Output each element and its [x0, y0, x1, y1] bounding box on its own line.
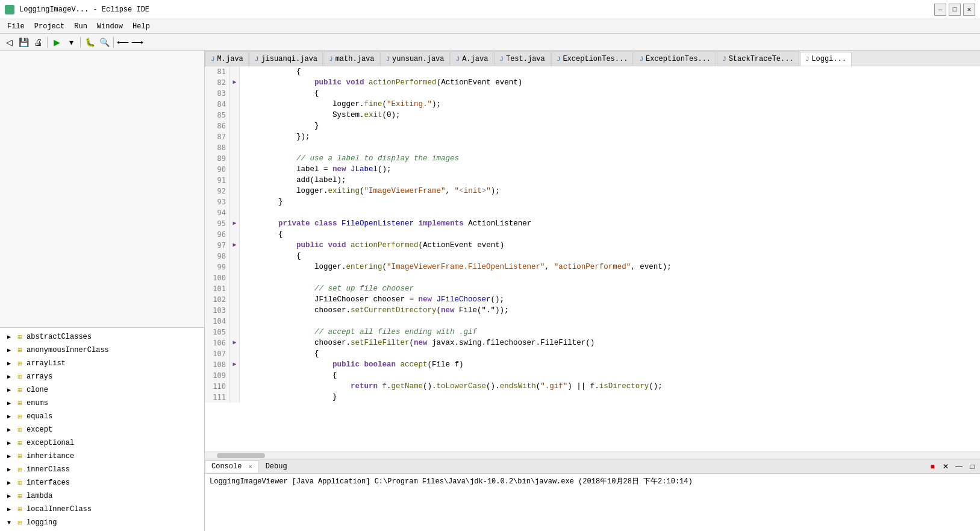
toolbar-nav-next[interactable]: ⟶: [131, 36, 144, 49]
toolbar-search[interactable]: 🔍: [98, 36, 111, 49]
tab-jisuanqi[interactable]: J jisuanqi.java: [249, 51, 323, 66]
line-number: 90: [205, 164, 230, 175]
line-number: 86: [205, 121, 230, 131]
line-content: logger.entering("ImageViewerFrame.FileOp…: [240, 262, 980, 272]
menu-file[interactable]: File: [2, 21, 30, 32]
tab-math[interactable]: J math.java: [323, 51, 379, 66]
code-line: 93 }: [205, 196, 980, 207]
code-line: 81 {: [205, 66, 980, 77]
code-line: 104: [205, 316, 980, 327]
tree-item-logging[interactable]: ▼ ⊞ logging: [0, 516, 204, 529]
code-line: 92 logger.exiting("ImageViewerFrame", "<…: [205, 186, 980, 196]
tree-item-abstractClasses[interactable]: ▶ ⊞ abstractClasses: [0, 330, 204, 344]
tree-item-exceptional[interactable]: ▶ ⊞ exceptional: [0, 436, 204, 450]
tab-yunsuan[interactable]: J yunsuan.java: [380, 51, 449, 66]
tab-logging[interactable]: J Loggi...: [800, 52, 852, 66]
tab-M-java[interactable]: J M.java: [205, 51, 249, 66]
close-button[interactable]: ✕: [963, 4, 975, 16]
line-marker: [230, 381, 240, 392]
tree-item-interfaces[interactable]: ▶ ⊞ interfaces: [0, 476, 204, 489]
line-number: 82: [205, 77, 230, 88]
line-marker: [230, 88, 240, 99]
line-marker: [230, 207, 240, 218]
line-number: 109: [205, 370, 230, 381]
toolbar-run-drop[interactable]: ▾: [64, 36, 78, 49]
tab-stacktrace[interactable]: J StackTraceTe...: [717, 51, 799, 66]
tab-exception1[interactable]: J ExceptionTes...: [551, 51, 634, 66]
tree-item-anonymousInnerClass[interactable]: ▶ ⊞ anonymousInnerClass: [0, 344, 204, 357]
line-content: logger.fine("Exiting.");: [240, 99, 980, 110]
tree-arrow: ▶: [5, 346, 13, 354]
tab-debug[interactable]: Debug: [259, 460, 294, 473]
menu-run[interactable]: Run: [69, 21, 92, 32]
tab-Test-java[interactable]: J Test.java: [494, 51, 550, 66]
line-marker: [230, 283, 240, 294]
toolbar-save[interactable]: 💾: [17, 36, 30, 49]
pkg-icon: ⊞: [15, 372, 25, 382]
app-icon: [5, 5, 14, 14]
tree-arrow: ▶: [5, 426, 13, 434]
tree-item-localInnerClass[interactable]: ▶ ⊞ localInnerClass: [0, 503, 204, 516]
console-maximize-btn[interactable]: □: [967, 461, 978, 472]
pkg-icon: ⊞: [15, 451, 25, 461]
line-marker: ▶: [230, 338, 240, 348]
maximize-button[interactable]: □: [949, 4, 961, 16]
line-marker: [230, 99, 240, 110]
toolbar-debug[interactable]: 🐛: [83, 36, 96, 49]
tree-item-inheritance[interactable]: ▶ ⊞ inheritance: [0, 450, 204, 463]
line-marker: [230, 121, 240, 131]
tab-console[interactable]: Console ✕: [205, 460, 259, 473]
line-number: 96: [205, 229, 230, 240]
tree-item-except[interactable]: ▶ ⊞ except: [0, 423, 204, 436]
code-line: 91 add(label);: [205, 175, 980, 186]
tab-A-java[interactable]: J A.java: [451, 51, 494, 66]
pkg-icon: ⊞: [15, 385, 25, 395]
tree-item-arrays[interactable]: ▶ ⊞ arrays: [0, 370, 204, 383]
window-controls: — □ ✕: [934, 4, 975, 16]
code-line: 94: [205, 207, 980, 218]
line-marker: [230, 142, 240, 153]
minimize-button[interactable]: —: [934, 4, 946, 16]
toolbar-sep-1: [47, 37, 48, 48]
code-line: 109 {: [205, 370, 980, 381]
menu-project[interactable]: Project: [30, 21, 69, 32]
line-content: public void actionPerformed(ActionEvent …: [240, 240, 980, 251]
line-number: 91: [205, 175, 230, 186]
menu-bar: File Project Run Window Help: [0, 19, 980, 34]
line-marker: ▶: [230, 218, 240, 229]
code-editor[interactable]: 81 {82▶ public void actionPerformed(Acti…: [205, 66, 980, 451]
line-content: public void actionPerformed(ActionEvent …: [240, 77, 980, 88]
tree-item-innerClass[interactable]: ▶ ⊞ innerClass: [0, 463, 204, 476]
line-number: 110: [205, 381, 230, 392]
console-stop-btn[interactable]: ■: [927, 461, 938, 472]
tree-item-enums[interactable]: ▶ ⊞ enums: [0, 397, 204, 410]
tree-label: localInnerClass: [27, 505, 92, 514]
line-content: }: [240, 392, 980, 403]
horizontal-scrollbar[interactable]: [205, 451, 980, 459]
menu-help[interactable]: Help: [128, 21, 155, 32]
tree-label: interfaces: [27, 479, 70, 487]
tree-label: lambda: [27, 492, 52, 500]
tree-item-clone[interactable]: ▶ ⊞ clone: [0, 383, 204, 397]
toolbar-print[interactable]: 🖨: [31, 36, 45, 49]
tree-label: clone: [27, 386, 48, 394]
menu-window[interactable]: Window: [92, 21, 128, 32]
line-content: return f.getName().toLowerCase().endsWit…: [240, 381, 980, 392]
toolbar-back[interactable]: ◁: [2, 36, 16, 49]
tree-item-arrayList[interactable]: ▶ ⊞ arrayList: [0, 357, 204, 370]
toolbar-nav-prev[interactable]: ⟵: [116, 36, 130, 49]
tree-label: arrays: [27, 372, 52, 381]
tab-exception2[interactable]: J ExceptionTes...: [634, 51, 716, 66]
project-tree: ▶ ⊞ abstractClasses ▶ ⊞ anonymousInnerCl…: [0, 328, 204, 531]
tree-item-equals[interactable]: ▶ ⊞ equals: [0, 410, 204, 423]
toolbar-run[interactable]: ▶: [50, 36, 63, 49]
tree-item-lambda[interactable]: ▶ ⊞ lambda: [0, 489, 204, 503]
line-content: {: [240, 229, 980, 240]
console-minimize-btn[interactable]: —: [953, 461, 964, 472]
line-number: 89: [205, 153, 230, 164]
line-content: {: [240, 370, 980, 381]
code-line: 85 System.exit(0);: [205, 110, 980, 121]
line-content: // set up file chooser: [240, 283, 980, 294]
console-close-btn[interactable]: ✕: [940, 461, 951, 472]
line-content: logger.exiting("ImageViewerFrame", "<ini…: [240, 186, 980, 196]
